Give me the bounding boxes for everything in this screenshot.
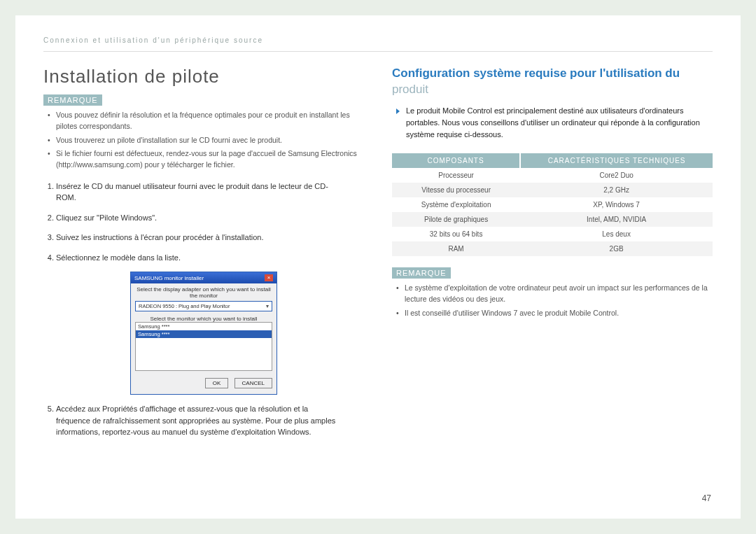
spec-table: COMPOSANTS CARACTÉRISTIQUES TECHNIQUES P… <box>392 153 713 256</box>
cell-val: XP, Windows 7 <box>520 197 713 212</box>
page: Connexion et utilisation d'un périphériq… <box>15 15 741 519</box>
installer-dialog: SAMSUNG monitor installer × Select the d… <box>130 272 277 395</box>
cell-val: 2GB <box>520 241 713 256</box>
cell-val: 2,2 GHz <box>520 183 713 197</box>
note-item: Vous trouverez un pilote d'installation … <box>48 135 364 146</box>
cell-key: Système d'exploitation <box>392 197 520 212</box>
th-composants: COMPOSANTS <box>392 153 520 168</box>
dialog-title-text: SAMSUNG monitor installer <box>134 275 204 281</box>
dialog-line2: Select the monitor which you want to ins… <box>135 316 272 322</box>
cell-key: Processeur <box>392 168 520 183</box>
note-item: Il est conseillé d'utiliser Windows 7 av… <box>396 308 713 319</box>
breadcrumb: Connexion et utilisation d'un périphériq… <box>43 36 713 44</box>
cell-val: Intel, AMD, NVIDIA <box>520 212 713 227</box>
cell-key: RAM <box>392 241 520 256</box>
step-item: Insérez le CD du manuel utilisateur four… <box>56 181 364 204</box>
remarque-badge: REMARQUE <box>43 94 102 106</box>
left-title: Installation de pilote <box>43 66 364 87</box>
ok-button[interactable]: OK <box>205 378 229 388</box>
cell-val: Core2 Duo <box>520 168 713 183</box>
page-number: 47 <box>702 493 711 503</box>
right-title: Configuration système requise pour l'uti… <box>392 66 713 81</box>
th-caracteristiques: CARACTÉRISTIQUES TECHNIQUES <box>520 153 713 168</box>
dialog-titlebar: SAMSUNG monitor installer × <box>131 272 276 283</box>
step-item: Cliquez sur "Pilote Windows". <box>56 212 364 224</box>
right-subtitle: produit <box>392 83 713 97</box>
dialog-line1: Select the display adapter on which you … <box>135 286 272 299</box>
right-intro: Le produit Mobile Control est principale… <box>396 105 713 141</box>
dialog-screenshot: SAMSUNG monitor installer × Select the d… <box>43 272 364 395</box>
step-item: Suivez les instructions à l'écran pour p… <box>56 232 364 244</box>
list-item-selected[interactable]: Samsung **** <box>136 330 272 338</box>
install-steps: Insérez le CD du manuel utilisateur four… <box>56 181 364 264</box>
right-notes: Le système d'exploitation de votre ordin… <box>396 283 713 318</box>
left-notes: Vous pouvez définir la résolution et la … <box>48 110 364 171</box>
intro-text: Le produit Mobile Control est principale… <box>396 105 713 141</box>
note-item: Vous pouvez définir la résolution et la … <box>48 110 364 132</box>
remarque-badge: REMARQUE <box>392 267 451 279</box>
divider <box>43 51 713 52</box>
right-column: Configuration système requise pour l'uti… <box>392 66 713 447</box>
chevron-down-icon: ▾ <box>266 303 269 309</box>
step-item: Accédez aux Propriétés d'affichage et as… <box>56 403 364 438</box>
cell-key: 32 bits ou 64 bits <box>392 227 520 241</box>
note-item: Si le fichier fourni est défectueux, ren… <box>48 148 364 171</box>
list-item[interactable]: Samsung **** <box>136 323 272 330</box>
adapter-select[interactable]: RADEON 9550 : Plug and Play Monitor ▾ <box>135 301 272 311</box>
monitor-list[interactable]: Samsung **** Samsung **** <box>135 322 272 371</box>
left-column: Installation de pilote REMARQUE Vous pou… <box>43 66 364 447</box>
close-icon[interactable]: × <box>265 274 273 281</box>
cancel-button[interactable]: CANCEL <box>234 378 272 388</box>
cell-key: Vitesse du processeur <box>392 183 520 197</box>
step-item: Sélectionnez le modèle dans la liste. <box>56 252 364 264</box>
cell-val: Les deux <box>520 227 713 241</box>
note-item: Le système d'exploitation de votre ordin… <box>396 283 713 305</box>
adapter-select-value: RADEON 9550 : Plug and Play Monitor <box>139 303 230 309</box>
cell-key: Pilote de graphiques <box>392 212 520 227</box>
install-steps-cont: Accédez aux Propriétés d'affichage et as… <box>56 403 364 438</box>
